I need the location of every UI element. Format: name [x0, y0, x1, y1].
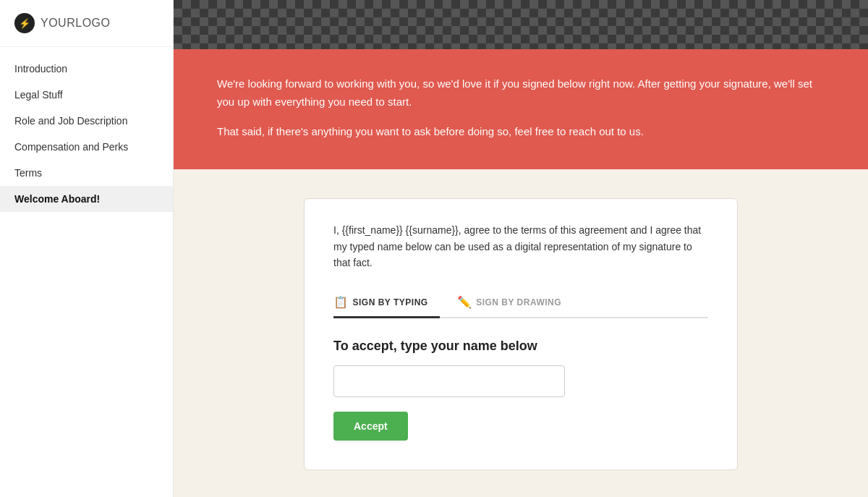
tab-sign-by-drawing[interactable]: ✏️ SIGN BY DRAWING	[457, 288, 573, 318]
sidebar: ⚡ YOURLOGO Introduction Legal Stuff Role…	[0, 0, 174, 497]
logo-text: YOURLOGO	[41, 17, 110, 30]
sidebar-item-introduction[interactable]: Introduction	[0, 56, 173, 82]
logo-icon: ⚡	[14, 13, 35, 33]
drawing-icon: ✏️	[457, 295, 472, 309]
sidebar-item-role-job[interactable]: Role and Job Description	[0, 108, 173, 134]
sidebar-item-welcome[interactable]: Welcome Aboard!	[0, 186, 173, 212]
signature-card: I, {{first_name}} {{surname}}, agree to …	[304, 198, 738, 470]
signature-section: I, {{first_name}} {{surname}}, agree to …	[174, 169, 868, 497]
sidebar-item-terms[interactable]: Terms	[0, 160, 173, 186]
signature-tabs: 📋 SIGN BY TYPING ✏️ SIGN BY DRAWING	[333, 288, 708, 318]
sidebar-item-compensation[interactable]: Compensation and Perks	[0, 134, 173, 160]
lightning-icon: ⚡	[19, 18, 30, 29]
tab-typing-label: SIGN BY TYPING	[353, 297, 428, 307]
sidebar-nav: Introduction Legal Stuff Role and Job De…	[0, 47, 173, 221]
logo: ⚡ YOURLOGO	[0, 0, 173, 47]
banner-paragraph-1: We're looking forward to working with yo…	[217, 75, 825, 111]
tab-drawing-label: SIGN BY DRAWING	[476, 297, 561, 307]
main-content: We're looking forward to working with yo…	[174, 0, 868, 497]
checkered-header	[174, 0, 868, 49]
typing-icon: 📋	[333, 295, 349, 309]
tab-sign-by-typing[interactable]: 📋 SIGN BY TYPING	[333, 288, 440, 318]
red-banner: We're looking forward to working with yo…	[174, 49, 868, 169]
logo-normal: LOGO	[75, 17, 110, 29]
type-instruction: To accept, type your name below	[333, 339, 708, 354]
sidebar-item-legal-stuff[interactable]: Legal Stuff	[0, 82, 173, 108]
accept-button[interactable]: Accept	[333, 412, 408, 441]
banner-paragraph-2: That said, if there's anything you want …	[217, 123, 825, 141]
agreement-text: I, {{first_name}} {{surname}}, agree to …	[333, 222, 708, 271]
logo-bold: YOUR	[41, 17, 75, 29]
name-input[interactable]	[333, 365, 565, 397]
